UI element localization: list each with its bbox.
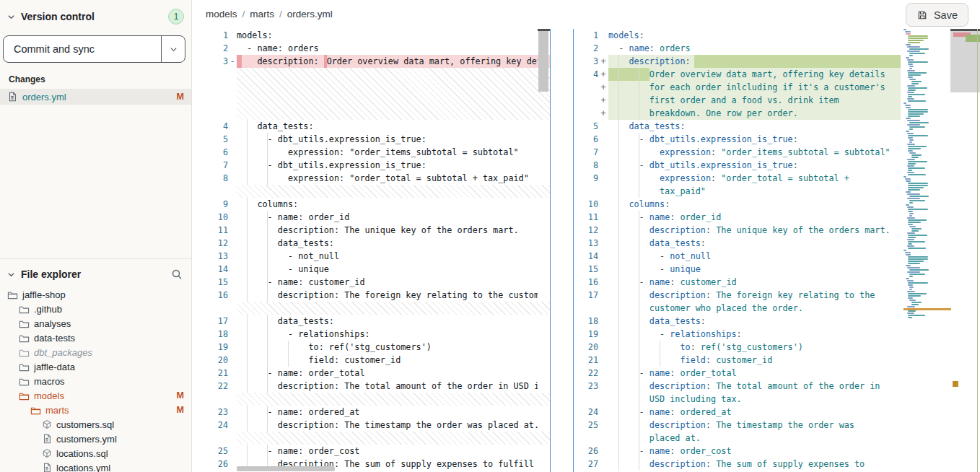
vertical-scrollbar-thumb[interactable] [538,31,548,92]
diff-marker [228,120,237,133]
horizontal-scrollbar-thumb[interactable] [237,466,335,471]
code-line[interactable]: 24description: The timestamp the order w… [192,419,550,432]
tree-item-macros[interactable]: macros [0,374,191,388]
code-line[interactable]: 25description: The timestamp the order w… [574,419,904,432]
code-line[interactable]: 14- unique [192,263,550,276]
diff-marker [598,315,608,328]
code-line[interactable]: 20field: customer_id [192,354,550,367]
tree-item-jaffle-shop[interactable]: jaffle-shop [0,287,191,302]
code-line[interactable]: USD including tax. [574,393,904,406]
version-control-header[interactable]: Version control 1 [7,9,184,25]
tree-item-locations.sql[interactable]: locations.sql [0,446,191,460]
line-number: 15 [574,263,598,276]
diff-pane-modified[interactable]: 1models:2- name: orders3+description:4+O… [574,29,904,472]
code-line[interactable]: 18- relationships: [192,328,550,341]
code-line[interactable]: +for each order inlcluding if it's a cus… [574,81,904,94]
code-line[interactable]: 10columns: [574,198,904,211]
code-line[interactable]: 3+description: [574,55,904,68]
code-line[interactable]: 12data_tests: [192,237,550,250]
code-line[interactable]: 2- name: orders [574,42,904,55]
overview-ruler-mark-modified [953,381,958,387]
changed-file-row[interactable]: orders.yml M [0,89,191,105]
tree-item-analyses[interactable]: analyses [0,316,191,331]
code-line[interactable]: 6expression: "order_items_subtotal = sub… [192,146,550,159]
code-line[interactable]: 19to: ref('stg_customers') [192,341,550,354]
code-line[interactable]: 18data_tests: [574,315,904,328]
code-line[interactable]: 17data_tests: [192,315,550,328]
code-line[interactable]: 24- name: ordered_at [574,406,904,419]
code-line[interactable]: 22- name: order_total [574,367,904,380]
breadcrumb-item[interactable]: orders.yml [287,9,333,19]
code-line[interactable]: 22description: The total amount of the o… [192,380,550,393]
code-line[interactable]: tax_paid" [574,185,904,198]
code-line[interactable]: 17description: The foreign key relating … [574,289,904,302]
code-line[interactable]: 1models: [574,29,904,42]
minimap-line [907,98,915,100]
code-line[interactable]: placed at. [574,432,904,445]
overview-ruler[interactable] [950,29,980,472]
tree-item-jaffle-data[interactable]: jaffle-data [0,359,191,374]
tree-item-models[interactable]: modelsM [0,388,191,403]
code-line[interactable]: 20to: ref('stg_customers') [574,341,904,354]
folder-icon [19,318,30,329]
code-line[interactable]: +breakdown. One row per order. [574,107,904,120]
diff-marker [228,237,237,250]
tree-item-dbt-packages[interactable]: dbt_packages [0,345,191,359]
code-line[interactable]: 25- name: order_cost [192,445,550,458]
code-line[interactable]: 9columns: [192,198,550,211]
commit-dropdown-toggle[interactable] [161,36,185,62]
code-line[interactable]: 15- name: customer_id [192,276,550,289]
code-line[interactable]: 26- name: order_cost [574,445,904,458]
breadcrumb-item[interactable]: models [206,9,237,19]
diff-marker [228,159,237,172]
code-line[interactable]: 9expression: "order_total = subtotal + [574,172,904,185]
minimap[interactable] [904,29,951,472]
file-explorer-header[interactable]: File explorer [0,268,191,280]
code-line[interactable]: 4data_tests: [192,120,550,133]
code-line[interactable]: 16- name: customer_id [574,276,904,289]
minimap-line [907,217,915,219]
code-line[interactable]: 2- name: orders [192,42,550,55]
code-line[interactable]: 11description: The unique key of the ord… [192,224,550,237]
code-line[interactable]: 13- not_null [192,250,550,263]
code-line[interactable]: 19- relationships: [574,328,904,341]
code-line[interactable]: 23- name: ordered_at [192,406,550,419]
code-line[interactable]: 8expression: "order_total = subtotal + t… [192,172,550,185]
tree-item-customers.sql[interactable]: customers.sql [0,417,191,432]
tree-item-label: customers.yml [56,434,117,445]
code-line[interactable]: 8- dbt_utils.expression_is_true: [574,159,904,172]
code-line[interactable]: 6- dbt_utils.expression_is_true: [574,133,904,146]
code-line[interactable]: 27description: The sum of supply expense… [574,458,904,471]
minimap-line [907,120,921,121]
code-line[interactable]: 1models: [192,29,550,42]
commit-and-sync-button[interactable]: Commit and sync [4,36,161,62]
code-line[interactable]: 21field: customer_id [574,354,904,367]
tree-item-locations.yml[interactable]: locations.yml [0,460,191,472]
code-line[interactable]: 12description: The unique key of the ord… [574,224,904,237]
code-line[interactable]: 21- name: order_total [192,367,550,380]
code-line[interactable]: 7- dbt_utils.expression_is_true: [192,159,550,172]
code-line[interactable]: customer who placed the order. [574,302,904,315]
tree-item-.github[interactable]: .github [0,302,191,316]
code-line[interactable]: 16description: The foreign key relating … [192,289,550,302]
code-line[interactable]: 7expression: "order_items_subtotal = sub… [574,146,904,159]
code-line[interactable]: 10- name: order_id [192,211,550,224]
code-line[interactable]: 14- not_null [574,250,904,263]
code-line[interactable]: 15- unique [574,263,904,276]
code-line[interactable]: 5- dbt_utils.expression_is_true: [192,133,550,146]
code-line[interactable]: 13data_tests: [574,237,904,250]
code-line[interactable]: 23description: The total amount of the o… [574,380,904,393]
diff-splitter-sash[interactable] [550,29,574,472]
code-line[interactable]: 5data_tests: [574,120,904,133]
breadcrumb-item[interactable]: marts [250,9,274,19]
diff-pane-original[interactable]: 1models:2- name: orders3- description: O… [192,29,550,472]
tree-item-data-tests[interactable]: data-tests [0,331,191,345]
save-button[interactable]: Save [906,3,968,27]
tree-item-customers.yml[interactable]: customers.yml [0,432,191,446]
code-line[interactable]: 4+Order overview data mart, offering key… [574,68,904,81]
tree-item-marts[interactable]: martsM [0,403,191,417]
code-line[interactable]: 3- description: Order overview data mart… [192,55,550,68]
code-line[interactable]: 11- name: order_id [574,211,904,224]
code-line[interactable]: +first order and a food vs. drink item [574,94,904,107]
search-icon[interactable] [171,268,183,280]
